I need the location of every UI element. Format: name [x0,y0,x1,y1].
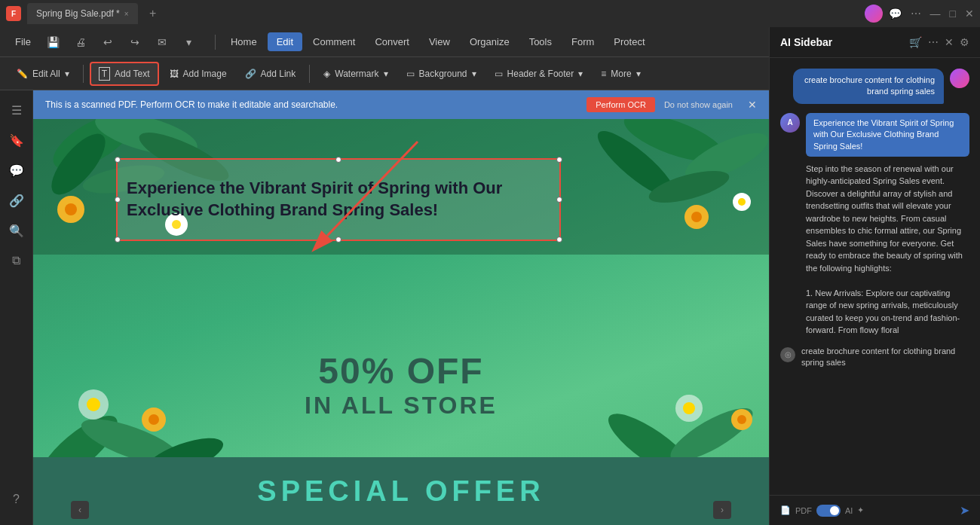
header-footer-button[interactable]: ▭ Header & Footer ▾ [487,65,591,83]
svg-point-29 [731,409,752,430]
nav-form[interactable]: Form [562,32,603,51]
background-button[interactable]: ▭ Background ▾ [399,65,484,83]
tab-close-button[interactable]: × [124,10,129,18]
sidebar-icon-menu[interactable]: ☰ [3,96,30,124]
watermark-button[interactable]: ◈ Watermark ▾ [316,65,395,83]
promo-big-text: 50% OFF [305,350,498,392]
header-dropdown: ▾ [578,69,583,79]
special-offer-text: SPECIAL OFFER [257,475,544,508]
svg-point-26 [149,414,159,425]
sidebar-icon-comment[interactable]: 💬 [3,157,30,184]
left-sidebar: ☰ 🔖 💬 🔗 🔍 ⧉ ? [0,90,33,525]
undo-icon[interactable]: ↩ [97,32,118,53]
sidebar-icon-layers[interactable]: ⧉ [3,247,30,274]
send-button[interactable]: ➤ [960,503,969,517]
print-icon[interactable]: 🖨 [70,32,91,53]
cart-icon[interactable]: 🛒 [909,36,922,48]
new-tab-button[interactable]: + [144,5,162,23]
handle-ml[interactable] [115,197,121,203]
add-image-button[interactable]: 🖼 Add Image [162,65,234,83]
sidebar-icon-link[interactable]: 🔗 [3,187,30,214]
chat-icon[interactable]: 💬 [889,8,902,20]
handle-tc[interactable] [335,157,341,163]
tab-label: Spring Big Sale.pdf * [36,8,120,19]
main-content: This is a scanned PDF. Perform OCR to ma… [33,90,769,525]
svg-point-9 [646,164,733,209]
nav-view[interactable]: View [420,32,459,51]
svg-point-25 [142,407,166,432]
nav-protect[interactable]: Protect [605,32,654,51]
edit-all-dropdown-icon: ▾ [65,69,69,79]
more-button[interactable]: ≡ More ▾ [593,65,648,83]
email-icon[interactable]: ✉ [152,32,173,53]
svg-point-14 [684,205,709,229]
sidebar-icon-search[interactable]: 🔍 [3,217,30,244]
menu-left: File 💾 🖨 ↩ ↪ ✉ ▾ [9,32,200,53]
ai-label: AI [845,506,853,515]
ai-sidebar-body: create brochure content for clothing bra… [770,58,980,495]
sidebar-icon-help[interactable]: ? [3,486,30,513]
file-tab[interactable]: Spring Big Sale.pdf * × [27,3,138,24]
ai-sidebar-footer: 📄 PDF AI ✦ ➤ [770,495,980,525]
ai-body-text: Step into the season of renewal with our… [806,163,969,337]
nav-organize[interactable]: Organize [461,32,519,51]
no-show-button[interactable]: Do not show again [664,100,733,109]
promo-sub-text: IN ALL STORE [305,392,498,420]
nav-home[interactable]: Home [222,32,266,51]
more-icon[interactable]: ⋯ [911,8,921,20]
handle-mr[interactable] [556,197,562,203]
ai-sidebar-header: AI Sidebar 🛒 ⋯ ✕ ⚙ [770,27,980,58]
svg-point-15 [691,212,702,222]
sidebar-close-icon[interactable]: ✕ [945,36,954,48]
maximize-button[interactable]: □ [950,8,956,20]
pdf-canvas: Experience the Vibrant Spirit of Spring … [33,119,769,525]
sidebar-icon-bookmark[interactable]: 🔖 [3,127,30,154]
nav-convert[interactable]: Convert [366,32,418,51]
ellipsis-icon[interactable]: ⋯ [928,36,939,48]
svg-point-11 [65,203,77,215]
perform-ocr-button[interactable]: Perform OCR [586,97,655,112]
handle-tr[interactable] [556,157,562,163]
svg-point-17 [738,198,746,206]
minimize-button[interactable]: — [930,8,941,20]
settings-sidebar-icon[interactable]: ⚙ [960,36,969,48]
svg-point-24 [87,398,100,411]
nav-left-button[interactable]: ‹ [71,501,89,519]
query-location-icon: ◎ [780,347,795,362]
save-icon[interactable]: 💾 [43,32,64,53]
svg-point-23 [78,389,109,420]
user-avatar [865,5,883,23]
svg-point-7 [679,124,769,190]
link-icon: 🔗 [245,69,256,79]
promo-text: 50% OFF IN ALL STORE [305,350,498,420]
nav-right-button[interactable]: › [713,501,731,519]
add-text-button[interactable]: T Add Text [90,62,159,86]
bottom-query-row: ◎ create brochure content for clothing b… [780,346,969,369]
ai-sidebar-title: AI Sidebar [780,36,903,48]
handle-tl[interactable] [115,157,121,163]
nav-tools[interactable]: Tools [520,32,561,51]
svg-point-27 [675,395,703,422]
handle-br[interactable] [556,237,562,243]
redo-icon[interactable]: ↪ [124,32,145,53]
svg-point-22 [664,399,759,465]
close-button[interactable]: ✕ [965,8,974,20]
handle-bc[interactable] [335,237,341,243]
special-offer-banner: SPECIAL OFFER [33,457,769,525]
dropdown-icon[interactable]: ▾ [179,32,200,53]
background-icon: ▭ [406,69,415,79]
ocr-banner: This is a scanned PDF. Perform OCR to ma… [33,90,769,119]
pdf-ai-toggle[interactable] [816,505,841,517]
file-menu[interactable]: File [9,33,37,50]
add-text-icon: T [99,67,110,81]
edit-all-button[interactable]: ✏️ Edit All ▾ [9,65,77,83]
add-link-button[interactable]: 🔗 Add Link [237,65,304,83]
nav-comment[interactable]: Comment [304,32,364,51]
user-avatar-sidebar [950,69,969,88]
footer-left: 📄 PDF AI ✦ [780,505,864,517]
app-icon: F [6,6,21,21]
nav-edit[interactable]: Edit [268,32,302,51]
selected-text-box[interactable]: Experience the Vibrant Spirit of Spring … [116,158,561,241]
ocr-banner-close[interactable]: ✕ [748,99,757,111]
handle-bl[interactable] [115,237,121,243]
